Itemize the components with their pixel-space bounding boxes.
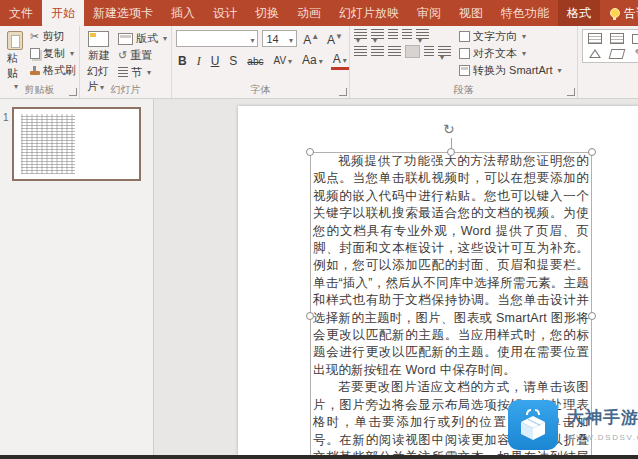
resize-handle-top-right[interactable] bbox=[588, 148, 596, 156]
tell-me-button[interactable]: 告诉我 bbox=[610, 0, 638, 26]
text-direction-icon bbox=[459, 31, 470, 42]
new-slide-icon bbox=[88, 31, 109, 47]
triangle-shape-icon[interactable] bbox=[589, 49, 601, 58]
slide-thumbnail[interactable] bbox=[12, 107, 141, 181]
watermark: 大神手游网 www.dsdsv.com bbox=[508, 400, 638, 450]
layout-button[interactable]: 版式 bbox=[118, 31, 167, 46]
reset-label: 重置 bbox=[130, 48, 152, 63]
group-slides: 新建 幻灯片 版式 ↺ 重置 节 幻灯片 bbox=[80, 26, 172, 98]
text-shadow-button[interactable]: S bbox=[227, 53, 239, 69]
align-left-button[interactable] bbox=[354, 46, 367, 57]
paste-label: 粘贴 bbox=[7, 51, 23, 81]
bullets-button[interactable] bbox=[354, 29, 367, 40]
distribute-button[interactable] bbox=[424, 46, 434, 57]
resize-handle-middle-right[interactable] bbox=[588, 312, 596, 320]
align-text-icon bbox=[459, 48, 470, 59]
paragraph-dialog-launcher[interactable] bbox=[567, 88, 575, 96]
tab-animations[interactable]: 动画 bbox=[288, 0, 330, 26]
freeform-shape-icon[interactable]: ✎ bbox=[634, 47, 638, 60]
bold-button[interactable]: B bbox=[176, 53, 189, 69]
text-paragraph[interactable]: 视频提供了功能强大的方法帮助您证明您的观点。当您单击联机视频时，可以在想要添加的… bbox=[311, 153, 591, 379]
change-case-button[interactable]: Aa bbox=[300, 52, 325, 70]
font-dialog-launcher[interactable] bbox=[339, 88, 347, 96]
italic-button[interactable]: I bbox=[195, 53, 203, 69]
font-size-combo[interactable]: 14 bbox=[262, 30, 297, 47]
new-slide-label-1: 新建 bbox=[88, 48, 110, 63]
tab-file[interactable]: 文件 bbox=[0, 0, 42, 26]
slide-number: 1 bbox=[3, 112, 9, 123]
watermark-cube-icon bbox=[508, 400, 558, 450]
paste-icon bbox=[7, 31, 23, 50]
tab-new-custom[interactable]: 新建选项卡 bbox=[84, 0, 162, 26]
tab-special-features[interactable]: 特色功能 bbox=[492, 0, 558, 26]
tab-view[interactable]: 视图 bbox=[450, 0, 492, 26]
tab-home[interactable]: 开始 bbox=[42, 0, 84, 26]
copy-button[interactable]: 复制 bbox=[30, 46, 76, 61]
paragraph-group-label: 段落 bbox=[350, 83, 577, 97]
grow-font-button[interactable]: A▲ bbox=[301, 29, 321, 48]
reset-button[interactable]: ↺ 重置 bbox=[118, 48, 167, 63]
section-button[interactable]: 节 bbox=[118, 65, 167, 80]
align-text-button[interactable]: 对齐文本 bbox=[459, 46, 561, 61]
group-font: 14 A▲ A▼ B I U S abc AV Aa A 字体 bbox=[172, 26, 350, 98]
convert-smartart-button[interactable]: 转换为 SmartArt bbox=[459, 63, 561, 78]
resize-handle-top-center[interactable] bbox=[447, 148, 455, 156]
tab-review[interactable]: 审阅 bbox=[408, 0, 450, 26]
format-painter-label: 格式刷 bbox=[43, 63, 76, 78]
line-spacing-button[interactable] bbox=[416, 29, 429, 40]
rotation-handle-icon[interactable]: ↻ bbox=[443, 122, 455, 136]
shrink-font-button[interactable]: A▼ bbox=[325, 29, 345, 48]
parallelogram-shape-icon[interactable] bbox=[609, 49, 626, 59]
clipboard-dialog-launcher[interactable] bbox=[69, 88, 77, 96]
cut-label: 剪切 bbox=[42, 29, 64, 44]
underline-button[interactable]: U bbox=[209, 53, 222, 69]
lightbulb-icon bbox=[610, 8, 620, 18]
decrease-indent-button[interactable] bbox=[388, 29, 398, 40]
tab-format[interactable]: 格式 bbox=[558, 0, 600, 26]
tab-design[interactable]: 设计 bbox=[204, 0, 246, 26]
vertical-text-box-icon[interactable] bbox=[610, 33, 624, 44]
font-group-label: 字体 bbox=[172, 83, 349, 97]
font-name-combo[interactable] bbox=[176, 30, 258, 47]
format-painter-button[interactable]: 格式刷 bbox=[30, 63, 76, 78]
tab-transitions[interactable]: 切换 bbox=[246, 0, 288, 26]
copy-label: 复制 bbox=[43, 46, 65, 61]
columns-button[interactable] bbox=[438, 46, 451, 57]
ribbon-tab-bar: 文件 开始 新建选项卡 插入 设计 切换 动画 幻灯片放映 审阅 视图 特色功能… bbox=[0, 0, 638, 26]
justify-button[interactable] bbox=[405, 45, 420, 58]
align-text-label: 对齐文本 bbox=[473, 46, 517, 61]
horizontal-text-box-icon[interactable] bbox=[588, 33, 602, 44]
ribbon: 粘贴 ✂ 剪切 复制 格式刷 剪贴板 bbox=[0, 26, 638, 99]
thumbnail-text-preview bbox=[21, 114, 75, 174]
watermark-url: www.dsdsv.com bbox=[567, 433, 638, 442]
watermark-text: 大神手游网 www.dsdsv.com bbox=[567, 400, 638, 442]
convert-smartart-label: 转换为 SmartArt bbox=[473, 63, 552, 78]
font-color-button[interactable]: A bbox=[331, 53, 349, 70]
slides-group-label: 幻灯片 bbox=[80, 83, 171, 97]
numbering-button[interactable] bbox=[371, 29, 384, 40]
resize-handle-top-left[interactable] bbox=[306, 148, 314, 156]
resize-handle-middle-left[interactable] bbox=[306, 312, 314, 320]
editing-workspace: ↻ 视频提供了功能强大的方法帮助您证明您的观点。当您单击联机视频时，可以在想要添… bbox=[154, 98, 638, 455]
text-direction-button[interactable]: 文字方向 bbox=[459, 29, 561, 44]
screenshot-bottom-border bbox=[0, 455, 638, 459]
scissors-icon: ✂ bbox=[30, 30, 39, 43]
copy-icon bbox=[30, 48, 40, 59]
character-spacing-button[interactable]: AV bbox=[271, 53, 294, 70]
font-size-value: 14 bbox=[266, 33, 278, 45]
clipboard-group-label: 剪贴板 bbox=[0, 83, 79, 97]
shapes-gallery[interactable]: ✎ bbox=[582, 29, 638, 63]
tell-me-label: 告诉我 bbox=[624, 5, 638, 22]
watermark-title: 大神手游网 bbox=[567, 406, 638, 429]
section-label: 节 bbox=[131, 65, 142, 80]
slide-thumbnail-pane: 1 bbox=[0, 98, 154, 455]
increase-indent-button[interactable] bbox=[402, 29, 412, 40]
align-center-button[interactable] bbox=[371, 46, 384, 57]
align-right-button[interactable] bbox=[388, 46, 401, 57]
cut-button[interactable]: ✂ 剪切 bbox=[30, 29, 76, 44]
tab-slideshow[interactable]: 幻灯片放映 bbox=[330, 0, 408, 26]
rectangle-shape-icon[interactable] bbox=[632, 34, 638, 44]
strikethrough-button[interactable]: abc bbox=[245, 53, 265, 70]
group-clipboard: 粘贴 ✂ 剪切 复制 格式刷 剪贴板 bbox=[0, 26, 80, 98]
tab-insert[interactable]: 插入 bbox=[162, 0, 204, 26]
